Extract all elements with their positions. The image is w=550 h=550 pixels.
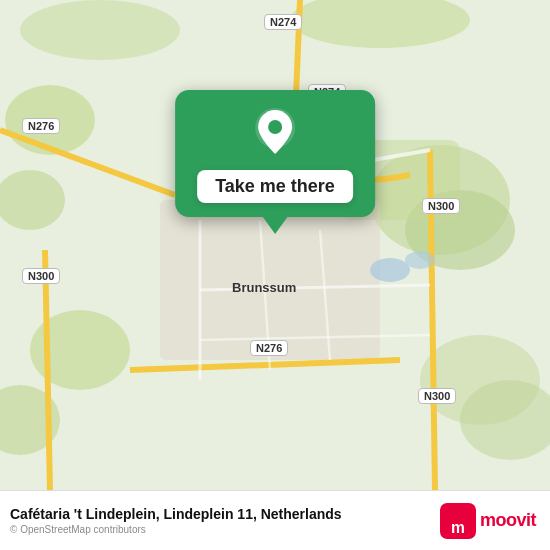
moovit-wordmark: moovit xyxy=(480,510,536,531)
map-background xyxy=(0,0,550,490)
moovit-logo-icon: m xyxy=(440,503,476,539)
svg-point-24 xyxy=(370,258,410,282)
road-label-n276-bot: N276 xyxy=(250,340,288,356)
copyright-text: © OpenStreetMap contributors xyxy=(10,524,342,535)
svg-point-27 xyxy=(268,120,282,134)
popup-bubble: Take me there xyxy=(175,90,375,217)
map-container: N274 N274 N276 N300 N276 N300 N300 Bruns… xyxy=(0,0,550,490)
road-label-n276-top: N276 xyxy=(22,118,60,134)
road-label-n300-right-top: N300 xyxy=(422,198,460,214)
svg-text:m: m xyxy=(451,519,465,536)
moovit-logo: m moovit xyxy=(440,503,536,539)
road-label-n300-left: N300 xyxy=(22,268,60,284)
popup[interactable]: Take me there xyxy=(175,90,375,234)
road-label-n300-right-bot: N300 xyxy=(418,388,456,404)
location-name: Cafétaria 't Lindeplein, Lindeplein 11, … xyxy=(10,506,342,522)
bottom-info: Cafétaria 't Lindeplein, Lindeplein 11, … xyxy=(10,506,342,535)
svg-point-10 xyxy=(20,0,180,60)
bottom-bar: Cafétaria 't Lindeplein, Lindeplein 11, … xyxy=(0,490,550,550)
popup-tail xyxy=(262,216,288,234)
road-label-n274-top: N274 xyxy=(264,14,302,30)
popup-label: Take me there xyxy=(197,170,353,203)
location-pin-icon xyxy=(253,108,297,160)
svg-point-25 xyxy=(405,251,435,269)
